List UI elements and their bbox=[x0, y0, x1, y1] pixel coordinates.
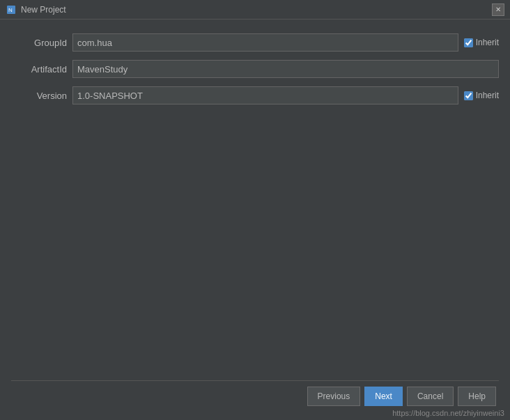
version-label: Version bbox=[11, 91, 67, 101]
version-input[interactable] bbox=[72, 86, 458, 104]
groupid-label: GroupId bbox=[11, 38, 67, 48]
title-bar-left: N New Project bbox=[6, 4, 66, 15]
version-inherit-checkbox[interactable] bbox=[464, 91, 473, 100]
window-title: New Project bbox=[21, 5, 66, 15]
groupid-inherit[interactable]: Inherit bbox=[464, 38, 499, 47]
version-row: Version Inherit bbox=[11, 86, 499, 104]
artifactid-row: ArtifactId bbox=[11, 60, 499, 78]
groupid-inherit-label: Inherit bbox=[476, 38, 499, 47]
cancel-button[interactable]: Cancel bbox=[407, 387, 454, 406]
artifactid-input[interactable] bbox=[72, 60, 499, 78]
previous-button[interactable]: Previous bbox=[307, 387, 361, 406]
svg-text:N: N bbox=[8, 7, 13, 13]
app-icon: N bbox=[6, 4, 17, 15]
close-button[interactable]: ✕ bbox=[492, 3, 504, 16]
groupid-row: GroupId Inherit bbox=[11, 33, 499, 52]
main-content: GroupId Inherit ArtifactId Version Inher… bbox=[0, 20, 510, 420]
version-inherit-label: Inherit bbox=[476, 91, 499, 100]
content-spacer bbox=[11, 104, 499, 380]
help-button[interactable]: Help bbox=[458, 387, 496, 406]
next-button[interactable]: Next bbox=[364, 387, 403, 406]
form-area: GroupId Inherit ArtifactId Version Inher… bbox=[11, 33, 499, 104]
footer: Previous Next Cancel Help bbox=[11, 380, 499, 413]
groupid-input[interactable] bbox=[72, 33, 458, 52]
groupid-inherit-checkbox[interactable] bbox=[464, 38, 473, 47]
version-inherit[interactable]: Inherit bbox=[464, 91, 499, 100]
artifactid-label: ArtifactId bbox=[11, 64, 67, 75]
title-bar: N New Project ✕ bbox=[0, 0, 510, 20]
